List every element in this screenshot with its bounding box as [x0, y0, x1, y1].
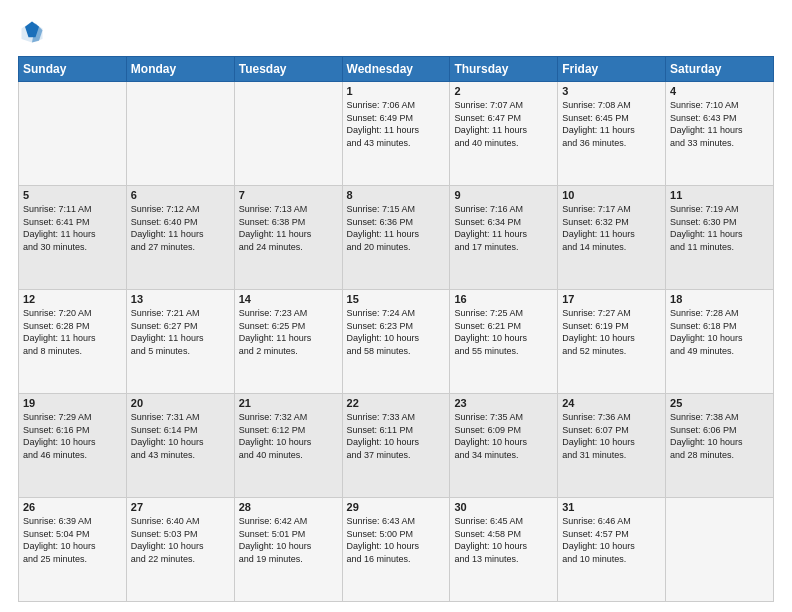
day-number: 24: [562, 397, 661, 409]
day-header-wednesday: Wednesday: [342, 57, 450, 82]
day-header-thursday: Thursday: [450, 57, 558, 82]
day-info: Sunrise: 7:13 AM Sunset: 6:38 PM Dayligh…: [239, 203, 338, 253]
day-info: Sunrise: 6:39 AM Sunset: 5:04 PM Dayligh…: [23, 515, 122, 565]
day-info: Sunrise: 7:38 AM Sunset: 6:06 PM Dayligh…: [670, 411, 769, 461]
day-header-monday: Monday: [126, 57, 234, 82]
day-number: 11: [670, 189, 769, 201]
day-number: 28: [239, 501, 338, 513]
day-cell: 10Sunrise: 7:17 AM Sunset: 6:32 PM Dayli…: [558, 186, 666, 290]
day-cell: 18Sunrise: 7:28 AM Sunset: 6:18 PM Dayli…: [666, 290, 774, 394]
day-number: 15: [347, 293, 446, 305]
day-info: Sunrise: 6:46 AM Sunset: 4:57 PM Dayligh…: [562, 515, 661, 565]
day-cell: 16Sunrise: 7:25 AM Sunset: 6:21 PM Dayli…: [450, 290, 558, 394]
day-cell: [234, 82, 342, 186]
day-number: 16: [454, 293, 553, 305]
day-cell: 20Sunrise: 7:31 AM Sunset: 6:14 PM Dayli…: [126, 394, 234, 498]
day-info: Sunrise: 7:36 AM Sunset: 6:07 PM Dayligh…: [562, 411, 661, 461]
day-cell: 21Sunrise: 7:32 AM Sunset: 6:12 PM Dayli…: [234, 394, 342, 498]
day-number: 19: [23, 397, 122, 409]
day-cell: 25Sunrise: 7:38 AM Sunset: 6:06 PM Dayli…: [666, 394, 774, 498]
day-header-saturday: Saturday: [666, 57, 774, 82]
day-info: Sunrise: 6:42 AM Sunset: 5:01 PM Dayligh…: [239, 515, 338, 565]
calendar-table: SundayMondayTuesdayWednesdayThursdayFrid…: [18, 56, 774, 602]
day-number: 31: [562, 501, 661, 513]
day-info: Sunrise: 7:27 AM Sunset: 6:19 PM Dayligh…: [562, 307, 661, 357]
day-number: 8: [347, 189, 446, 201]
day-header-sunday: Sunday: [19, 57, 127, 82]
day-number: 4: [670, 85, 769, 97]
day-cell: [19, 82, 127, 186]
day-cell: [126, 82, 234, 186]
day-number: 22: [347, 397, 446, 409]
day-cell: 7Sunrise: 7:13 AM Sunset: 6:38 PM Daylig…: [234, 186, 342, 290]
day-info: Sunrise: 7:35 AM Sunset: 6:09 PM Dayligh…: [454, 411, 553, 461]
day-info: Sunrise: 7:16 AM Sunset: 6:34 PM Dayligh…: [454, 203, 553, 253]
day-number: 5: [23, 189, 122, 201]
day-info: Sunrise: 7:11 AM Sunset: 6:41 PM Dayligh…: [23, 203, 122, 253]
day-cell: 1Sunrise: 7:06 AM Sunset: 6:49 PM Daylig…: [342, 82, 450, 186]
day-number: 23: [454, 397, 553, 409]
day-info: Sunrise: 7:25 AM Sunset: 6:21 PM Dayligh…: [454, 307, 553, 357]
day-info: Sunrise: 7:06 AM Sunset: 6:49 PM Dayligh…: [347, 99, 446, 149]
header-row: SundayMondayTuesdayWednesdayThursdayFrid…: [19, 57, 774, 82]
day-number: 25: [670, 397, 769, 409]
day-number: 12: [23, 293, 122, 305]
day-header-tuesday: Tuesday: [234, 57, 342, 82]
day-info: Sunrise: 7:23 AM Sunset: 6:25 PM Dayligh…: [239, 307, 338, 357]
day-cell: 2Sunrise: 7:07 AM Sunset: 6:47 PM Daylig…: [450, 82, 558, 186]
day-cell: 13Sunrise: 7:21 AM Sunset: 6:27 PM Dayli…: [126, 290, 234, 394]
day-number: 29: [347, 501, 446, 513]
logo-icon: [18, 18, 46, 46]
day-cell: 14Sunrise: 7:23 AM Sunset: 6:25 PM Dayli…: [234, 290, 342, 394]
day-number: 30: [454, 501, 553, 513]
day-cell: 30Sunrise: 6:45 AM Sunset: 4:58 PM Dayli…: [450, 498, 558, 602]
week-row-1: 1Sunrise: 7:06 AM Sunset: 6:49 PM Daylig…: [19, 82, 774, 186]
day-info: Sunrise: 7:33 AM Sunset: 6:11 PM Dayligh…: [347, 411, 446, 461]
day-number: 14: [239, 293, 338, 305]
day-cell: 26Sunrise: 6:39 AM Sunset: 5:04 PM Dayli…: [19, 498, 127, 602]
day-header-friday: Friday: [558, 57, 666, 82]
week-row-2: 5Sunrise: 7:11 AM Sunset: 6:41 PM Daylig…: [19, 186, 774, 290]
day-info: Sunrise: 6:43 AM Sunset: 5:00 PM Dayligh…: [347, 515, 446, 565]
day-cell: 12Sunrise: 7:20 AM Sunset: 6:28 PM Dayli…: [19, 290, 127, 394]
day-info: Sunrise: 7:15 AM Sunset: 6:36 PM Dayligh…: [347, 203, 446, 253]
day-number: 26: [23, 501, 122, 513]
day-info: Sunrise: 7:20 AM Sunset: 6:28 PM Dayligh…: [23, 307, 122, 357]
day-number: 6: [131, 189, 230, 201]
header: [18, 18, 774, 46]
day-cell: 29Sunrise: 6:43 AM Sunset: 5:00 PM Dayli…: [342, 498, 450, 602]
day-cell: 9Sunrise: 7:16 AM Sunset: 6:34 PM Daylig…: [450, 186, 558, 290]
week-row-5: 26Sunrise: 6:39 AM Sunset: 5:04 PM Dayli…: [19, 498, 774, 602]
day-cell: 19Sunrise: 7:29 AM Sunset: 6:16 PM Dayli…: [19, 394, 127, 498]
day-info: Sunrise: 7:10 AM Sunset: 6:43 PM Dayligh…: [670, 99, 769, 149]
day-cell: 11Sunrise: 7:19 AM Sunset: 6:30 PM Dayli…: [666, 186, 774, 290]
day-number: 13: [131, 293, 230, 305]
day-cell: 28Sunrise: 6:42 AM Sunset: 5:01 PM Dayli…: [234, 498, 342, 602]
day-cell: 31Sunrise: 6:46 AM Sunset: 4:57 PM Dayli…: [558, 498, 666, 602]
page: SundayMondayTuesdayWednesdayThursdayFrid…: [0, 0, 792, 612]
day-cell: 17Sunrise: 7:27 AM Sunset: 6:19 PM Dayli…: [558, 290, 666, 394]
day-cell: 15Sunrise: 7:24 AM Sunset: 6:23 PM Dayli…: [342, 290, 450, 394]
day-number: 17: [562, 293, 661, 305]
day-number: 18: [670, 293, 769, 305]
day-info: Sunrise: 7:29 AM Sunset: 6:16 PM Dayligh…: [23, 411, 122, 461]
day-info: Sunrise: 7:31 AM Sunset: 6:14 PM Dayligh…: [131, 411, 230, 461]
day-cell: [666, 498, 774, 602]
day-info: Sunrise: 7:21 AM Sunset: 6:27 PM Dayligh…: [131, 307, 230, 357]
day-info: Sunrise: 6:45 AM Sunset: 4:58 PM Dayligh…: [454, 515, 553, 565]
day-number: 2: [454, 85, 553, 97]
day-cell: 4Sunrise: 7:10 AM Sunset: 6:43 PM Daylig…: [666, 82, 774, 186]
day-number: 21: [239, 397, 338, 409]
day-number: 20: [131, 397, 230, 409]
day-info: Sunrise: 7:28 AM Sunset: 6:18 PM Dayligh…: [670, 307, 769, 357]
day-cell: 6Sunrise: 7:12 AM Sunset: 6:40 PM Daylig…: [126, 186, 234, 290]
day-number: 27: [131, 501, 230, 513]
week-row-3: 12Sunrise: 7:20 AM Sunset: 6:28 PM Dayli…: [19, 290, 774, 394]
day-info: Sunrise: 7:08 AM Sunset: 6:45 PM Dayligh…: [562, 99, 661, 149]
day-cell: 8Sunrise: 7:15 AM Sunset: 6:36 PM Daylig…: [342, 186, 450, 290]
day-info: Sunrise: 7:19 AM Sunset: 6:30 PM Dayligh…: [670, 203, 769, 253]
day-cell: 27Sunrise: 6:40 AM Sunset: 5:03 PM Dayli…: [126, 498, 234, 602]
day-cell: 24Sunrise: 7:36 AM Sunset: 6:07 PM Dayli…: [558, 394, 666, 498]
day-number: 9: [454, 189, 553, 201]
day-info: Sunrise: 6:40 AM Sunset: 5:03 PM Dayligh…: [131, 515, 230, 565]
